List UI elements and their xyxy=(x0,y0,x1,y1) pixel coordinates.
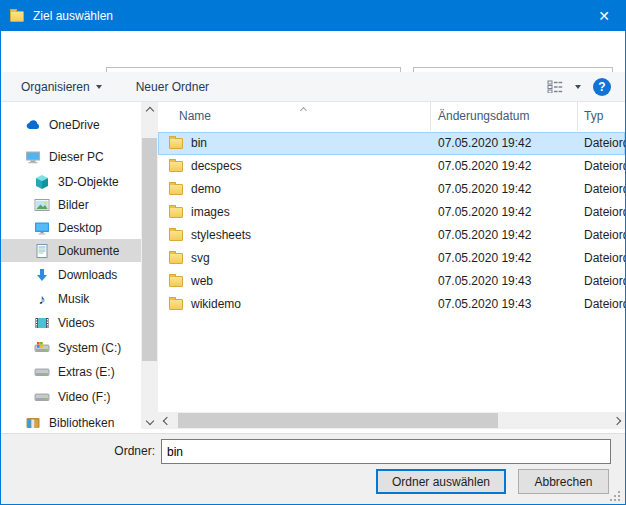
file-date: 07.05.2020 19:42 xyxy=(438,159,531,173)
folder-icon xyxy=(169,184,183,195)
command-toolbar: Organisieren Neuer Ordner ? xyxy=(1,72,625,102)
3d-cube-icon xyxy=(34,174,50,190)
desktop-icon xyxy=(34,220,50,236)
file-row-svg[interactable]: svg 07.05.2020 19:42 Dateiordner xyxy=(158,247,625,270)
sidebar-item-label: Extras (E:) xyxy=(58,365,115,379)
file-type: Dateiordner xyxy=(584,228,625,242)
folder-name-input[interactable] xyxy=(161,439,611,464)
download-arrow-icon xyxy=(34,267,50,283)
libraries-icon xyxy=(25,415,41,431)
computer-icon xyxy=(25,149,41,165)
file-name: demo xyxy=(191,182,221,196)
folder-field-label: Ordner: xyxy=(1,444,155,458)
file-name: svg xyxy=(191,251,210,265)
drive-icon xyxy=(34,364,50,380)
scrollbar-thumb[interactable] xyxy=(142,138,157,361)
main-area: OneDrive Dieser PC 3D-Objekte Bilder Des… xyxy=(1,102,625,433)
sidebar-item-label: Videos xyxy=(58,316,94,330)
list-horizontal-scrollbar[interactable] xyxy=(158,412,625,429)
scroll-down-button[interactable] xyxy=(141,412,158,429)
sidebar-item-label: Bilder xyxy=(58,198,89,212)
film-icon xyxy=(34,315,50,331)
file-row-decspecs[interactable]: decspecs 07.05.2020 19:42 Dateiordner xyxy=(158,155,625,178)
onedrive-cloud-icon xyxy=(25,117,41,133)
titlebar[interactable]: Ziel auswählen ✕ xyxy=(1,1,625,31)
view-dropdown-icon[interactable] xyxy=(575,85,581,89)
sidebar-item-videos[interactable]: Videos xyxy=(1,311,141,334)
folder-icon xyxy=(169,161,183,172)
folder-icon xyxy=(169,299,183,310)
file-name: stylesheets xyxy=(191,228,251,242)
scroll-right-button[interactable] xyxy=(608,412,625,429)
file-date: 07.05.2020 19:43 xyxy=(438,274,531,288)
folder-icon xyxy=(169,207,183,218)
file-row-demo[interactable]: demo 07.05.2020 19:42 Dateiordner xyxy=(158,178,625,201)
sidebar-item-onedrive[interactable]: OneDrive xyxy=(1,113,141,136)
select-folder-button[interactable]: Ordner auswählen xyxy=(376,469,506,494)
sidebar-item-dieser-pc[interactable]: Dieser PC xyxy=(1,145,141,168)
organize-button[interactable]: Organisieren xyxy=(21,80,102,94)
new-folder-button[interactable]: Neuer Ordner xyxy=(136,80,209,94)
file-row-images[interactable]: images 07.05.2020 19:42 Dateiordner xyxy=(158,201,625,224)
documents-icon xyxy=(34,243,50,259)
sidebar-item-label: Dokumente xyxy=(58,244,119,258)
sidebar-item-video-f[interactable]: Video (F:) xyxy=(1,385,141,408)
sidebar-item-musik[interactable]: ♪ Musik xyxy=(1,287,141,310)
column-header-type[interactable]: Typ xyxy=(578,102,625,130)
file-date: 07.05.2020 19:42 xyxy=(438,205,531,219)
organize-dropdown-icon xyxy=(96,85,102,89)
file-dialog-window: Ziel auswählen ✕ ← → ↑ « Dokumente › Roc… xyxy=(0,0,626,505)
file-row-web[interactable]: web 07.05.2020 19:43 Dateiordner xyxy=(158,270,625,293)
sidebar-item-system-c[interactable]: System (C:) xyxy=(1,336,141,359)
sidebar-item-downloads[interactable]: Downloads xyxy=(1,263,141,286)
sidebar-item-label: Desktop xyxy=(58,221,102,235)
sidebar-item-bibliotheken[interactable]: Bibliotheken xyxy=(1,411,141,433)
cancel-button[interactable]: Abbrechen xyxy=(518,469,609,494)
navigation-bar: ← → ↑ « Dokumente › Rocrail › ↻ xyxy=(1,31,625,72)
folder-icon xyxy=(169,276,183,287)
scroll-up-button[interactable] xyxy=(141,102,158,119)
sidebar-item-extras-e[interactable]: Extras (E:) xyxy=(1,360,141,383)
file-type: Dateiordner xyxy=(584,205,625,219)
sidebar-item-label: OneDrive xyxy=(49,118,100,132)
scroll-left-button[interactable] xyxy=(158,412,175,429)
sidebar-item-label: Video (F:) xyxy=(58,390,110,404)
file-row-bin[interactable]: bin 07.05.2020 19:42 Dateiordner xyxy=(158,132,625,155)
file-date: 07.05.2020 19:42 xyxy=(438,251,531,265)
help-button[interactable]: ? xyxy=(593,78,611,96)
file-date: 07.05.2020 19:43 xyxy=(438,297,531,311)
sidebar-item-label: Bibliotheken xyxy=(49,416,114,430)
window-folder-icon xyxy=(10,11,24,22)
file-type: Dateiordner xyxy=(584,251,625,265)
list-header: Name Änderungsdatum Typ xyxy=(158,102,625,130)
details-view-icon[interactable] xyxy=(547,80,563,93)
sidebar-item-label: Downloads xyxy=(58,268,117,282)
folder-icon xyxy=(169,253,183,264)
file-type: Dateiordner xyxy=(584,182,625,196)
sidebar-item-desktop[interactable]: Desktop xyxy=(1,216,141,239)
file-type: Dateiordner xyxy=(584,159,625,173)
file-row-stylesheets[interactable]: stylesheets 07.05.2020 19:42 Dateiordner xyxy=(158,224,625,247)
sidebar-item-3d-objekte[interactable]: 3D-Objekte xyxy=(1,170,141,193)
pictures-icon xyxy=(34,197,50,213)
sidebar-scrollbar[interactable] xyxy=(141,102,158,429)
footer-panel: Ordner: Ordner auswählen Abbrechen xyxy=(1,433,625,505)
sidebar-item-label: System (C:) xyxy=(58,341,121,355)
close-icon: ✕ xyxy=(598,8,610,24)
drive-icon xyxy=(34,389,50,405)
close-button[interactable]: ✕ xyxy=(583,1,625,31)
folder-icon xyxy=(169,138,183,149)
scrollbar-thumb[interactable] xyxy=(178,413,498,428)
file-name: decspecs xyxy=(191,159,242,173)
sidebar-item-bilder[interactable]: Bilder xyxy=(1,193,141,216)
column-header-date[interactable]: Änderungsdatum xyxy=(431,102,578,130)
music-note-icon: ♪ xyxy=(34,291,50,307)
file-row-wikidemo[interactable]: wikidemo 07.05.2020 19:43 Dateiordner xyxy=(158,293,625,316)
system-drive-icon xyxy=(34,340,50,356)
sidebar-item-dokumente[interactable]: Dokumente xyxy=(1,239,141,262)
resize-grip[interactable] xyxy=(610,491,620,501)
sidebar-item-label: Dieser PC xyxy=(49,150,104,164)
file-date: 07.05.2020 19:42 xyxy=(438,182,531,196)
window-title: Ziel auswählen xyxy=(33,9,113,23)
column-header-name[interactable]: Name xyxy=(158,102,431,130)
